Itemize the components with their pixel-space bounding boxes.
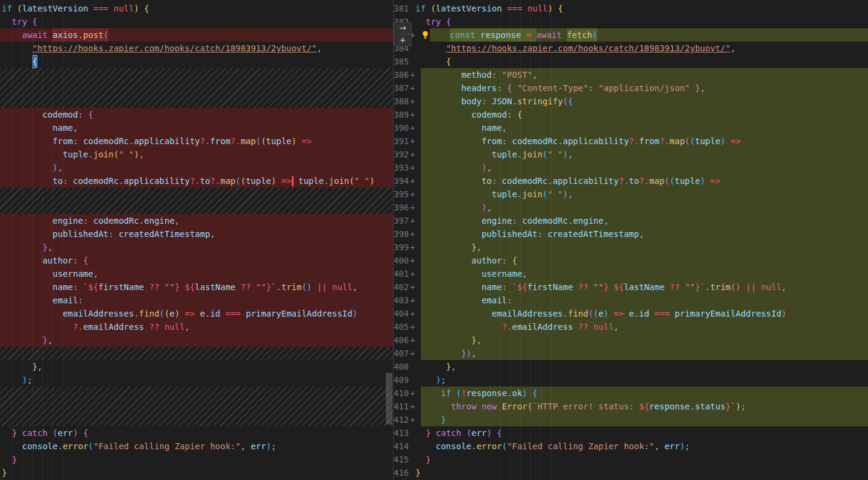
code-line[interactable]: engine: codemodRc.engine, (0, 214, 393, 227)
code-line[interactable]: } (0, 466, 393, 479)
code-line[interactable]: 396+ ), (394, 201, 868, 214)
code-line[interactable]: publishedAt: createdAtTimestamp, (0, 227, 393, 241)
line-number[interactable]: 405 (394, 320, 409, 333)
line-number[interactable]: 407 (394, 347, 409, 360)
code-line[interactable]: { (0, 55, 393, 68)
line-number[interactable]: 406 (394, 333, 409, 347)
code-line[interactable]: ?.emailAddress ?? null, (0, 320, 393, 333)
code-line[interactable]: 391+ from: codemodRc.applicability?.from… (394, 134, 868, 148)
code-line[interactable]: 392+ tuple.join(" "), (394, 148, 868, 161)
code-line[interactable]: "https://hooks.zapier.com/hooks/catch/18… (0, 42, 393, 55)
line-number[interactable]: 414 (394, 440, 409, 453)
code-line[interactable]: 398+ publishedAt: createdAtTimestamp, (394, 227, 868, 241)
line-number[interactable]: 388 (394, 95, 409, 108)
code-line[interactable]: 408 }, (394, 360, 868, 373)
code-line[interactable]: 413 } catch (err) { (394, 426, 868, 440)
code-line[interactable]: 416} (394, 466, 868, 479)
code-line[interactable]: 407+ }), (394, 347, 868, 360)
code-line[interactable]: 397+ engine: codemodRc.engine, (394, 214, 868, 227)
code-line[interactable]: ); (0, 373, 393, 387)
code-line[interactable]: username, (0, 267, 393, 280)
code-line[interactable]: emailAddresses.find((e) => e.id === prim… (0, 307, 393, 320)
line-number[interactable]: 389 (394, 108, 409, 121)
code-line[interactable]: await axios.post( (0, 28, 393, 42)
line-number[interactable]: 381 (394, 2, 409, 15)
code-line[interactable]: name: `${firstName ?? ""} ${lastName ?? … (0, 280, 393, 294)
code-line[interactable]: try { (0, 15, 393, 28)
line-number[interactable]: 398 (394, 227, 409, 241)
line-number[interactable]: 402 (394, 280, 409, 294)
code-line[interactable]: 383+ const response = await fetch( (394, 28, 868, 42)
line-number[interactable]: 386 (394, 68, 409, 81)
line-number[interactable]: 412 (394, 413, 409, 426)
code-line[interactable]: 414 console.error("Failed calling Zapier… (394, 440, 868, 453)
code-line[interactable]: 388+ body: JSON.stringify({ (394, 95, 868, 108)
code-line[interactable]: 406+ }, (394, 333, 868, 347)
code-line[interactable]: author: { (0, 254, 393, 267)
code-line[interactable]: 410+ if (!response.ok) { (394, 387, 868, 400)
code-line[interactable]: 403+ email: (394, 294, 868, 307)
line-number[interactable]: 416 (394, 466, 409, 479)
line-number[interactable]: 415 (394, 453, 409, 466)
code-line[interactable]: } (0, 453, 393, 466)
code-line[interactable]: 395+ tuple.join(" "), (394, 188, 868, 201)
code-line[interactable]: 404+ emailAddresses.find((e) => e.id ===… (394, 307, 868, 320)
code-line[interactable]: 393+ ), (394, 161, 868, 174)
code-line[interactable]: ), (0, 161, 393, 174)
code-line[interactable]: 387+ headers: { "Content-Type": "applica… (394, 81, 868, 95)
modified-code-pane[interactable]: 381if (latestVersion === null) {382 try … (393, 0, 868, 480)
code-line[interactable]: 385 { (394, 55, 868, 68)
code-line[interactable]: 390+ name, (394, 121, 868, 134)
code-line[interactable]: 381if (latestVersion === null) { (394, 2, 868, 15)
diff-insert-plus-button[interactable]: + (394, 34, 412, 46)
code-line[interactable]: 415 } (394, 453, 868, 466)
diff-revert-arrow-button[interactable]: → (394, 22, 412, 34)
line-number[interactable]: 391 (394, 134, 409, 148)
line-number[interactable]: 409 (394, 373, 409, 387)
code-line[interactable]: 399+ }, (394, 241, 868, 254)
code-line[interactable]: from: codemodRc.applicability?.from?.map… (0, 134, 393, 148)
line-number[interactable]: 403 (394, 294, 409, 307)
line-number[interactable]: 408 (394, 360, 409, 373)
line-number[interactable]: 411 (394, 400, 409, 413)
line-number[interactable]: 385 (394, 55, 409, 68)
line-number[interactable]: 404 (394, 307, 409, 320)
code-line[interactable]: 386+ method: "POST", (394, 68, 868, 81)
line-number[interactable]: 395 (394, 188, 409, 201)
code-line[interactable]: tuple.join(" "), (0, 148, 393, 161)
code-line[interactable]: console.error("Failed calling Zapier hoo… (0, 440, 393, 453)
line-number[interactable]: 400 (394, 254, 409, 267)
line-number[interactable]: 392 (394, 148, 409, 161)
line-number[interactable]: 390 (394, 121, 409, 134)
line-number[interactable]: 393 (394, 161, 409, 174)
code-line[interactable]: name, (0, 121, 393, 134)
code-line[interactable]: 382 try { (394, 15, 868, 28)
code-line[interactable]: codemod: { (0, 108, 393, 121)
line-number[interactable]: 410 (394, 387, 409, 400)
code-line[interactable]: 409 ); (394, 373, 868, 387)
code-line[interactable]: 394+ to: codemodRc.applicability?.to?.ma… (394, 174, 868, 188)
code-line[interactable]: }, (0, 333, 393, 347)
code-line[interactable]: 400+ author: { (394, 254, 868, 267)
scrollbar-thumb[interactable] (386, 373, 392, 425)
line-number[interactable]: 401 (394, 267, 409, 280)
code-line[interactable]: 401+ username, (394, 267, 868, 280)
lightbulb-icon[interactable] (421, 30, 430, 40)
code-line[interactable]: }, (0, 360, 393, 373)
code-line[interactable]: 384 "https://hooks.zapier.com/hooks/catc… (394, 42, 868, 55)
code-line[interactable]: 389+ codemod: { (394, 108, 868, 121)
line-number[interactable]: 399 (394, 241, 409, 254)
code-line[interactable]: if (latestVersion === null) { (0, 2, 393, 15)
line-number[interactable]: 413 (394, 426, 409, 440)
code-line[interactable]: 412+ } (394, 413, 868, 426)
line-number[interactable]: 387 (394, 81, 409, 95)
code-line[interactable]: 405+ ?.emailAddress ?? null, (394, 320, 868, 333)
code-line[interactable]: 402+ name: `${firstName ?? ""} ${lastNam… (394, 280, 868, 294)
code-line[interactable]: } catch (err) { (0, 426, 393, 440)
line-number[interactable]: 396 (394, 201, 409, 214)
code-line[interactable]: to: codemodRc.applicability?.to?.map((tu… (0, 174, 393, 188)
line-number[interactable]: 394 (394, 174, 409, 188)
original-code-pane[interactable]: if (latestVersion === null) { try { awai… (0, 0, 393, 480)
code-line[interactable]: email: (0, 294, 393, 307)
code-line[interactable]: 411+ throw new Error(`HTTP error! status… (394, 400, 868, 413)
